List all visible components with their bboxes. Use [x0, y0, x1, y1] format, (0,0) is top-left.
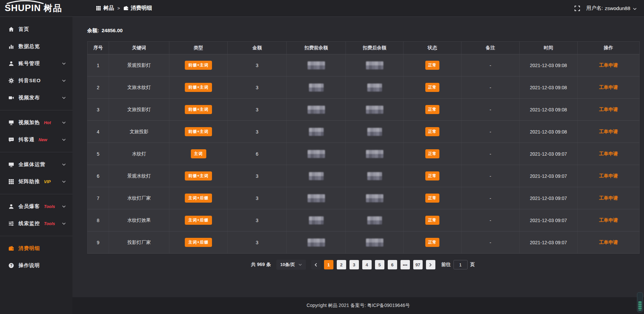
- username-label: 用户名:: [586, 5, 603, 11]
- page-button-4[interactable]: 4: [362, 260, 372, 269]
- table-row: 2 文旅水纹灯 前缀+主词 3 正常 - 2021-12-03 09:08 工单…: [88, 76, 640, 99]
- sidebar-item-label: 视频发布: [18, 95, 40, 101]
- sidebar-item-data-overview[interactable]: 数据总览: [0, 38, 72, 55]
- work-order-link[interactable]: 工单申请: [599, 217, 618, 223]
- table-row: 8 水纹灯效果 主词+后缀 3 正常 - 2021-12-03 09:07 工单…: [88, 209, 640, 231]
- chevron-down-icon: [62, 80, 66, 82]
- camera-icon: [8, 95, 14, 101]
- cell-balance-before: [287, 165, 346, 187]
- cell-time: 2021-12-03 09:07: [520, 187, 578, 209]
- page-button-97[interactable]: 97: [413, 260, 423, 269]
- cell-balance-after: [346, 209, 404, 231]
- cell-type: 主词: [169, 143, 228, 165]
- work-order-link[interactable]: 工单申请: [599, 240, 618, 245]
- masked-value: [308, 61, 325, 69]
- balance-label: 余额:: [87, 28, 99, 34]
- page-button-2[interactable]: 2: [337, 260, 346, 269]
- sidebar-item-video-heat[interactable]: 视频加热 Hot: [0, 114, 72, 131]
- grid-icon: [8, 179, 14, 185]
- floating-widget[interactable]: [637, 292, 643, 312]
- sidebar-item-consume-detail[interactable]: 消费明细: [0, 240, 72, 257]
- user-menu[interactable]: 用户名: zswodun88: [586, 5, 637, 11]
- next-page-button[interactable]: [426, 260, 435, 269]
- breadcrumb-item[interactable]: 消费明细: [123, 5, 152, 12]
- status-badge: 正常: [425, 238, 439, 247]
- cell-amount: 3: [228, 121, 287, 143]
- page-button-3[interactable]: 3: [350, 260, 359, 269]
- cell-remark: -: [462, 99, 520, 121]
- column-header: 备注: [462, 42, 520, 54]
- sidebar-divider: [0, 110, 72, 110]
- cell-remark: -: [462, 76, 520, 99]
- cell-action: 工单申请: [578, 99, 640, 121]
- status-badge: 正常: [425, 216, 439, 225]
- sidebar-item-label: 数据总览: [18, 43, 40, 50]
- screen-icon: [8, 120, 14, 125]
- page-size-select[interactable]: 10条/页: [276, 260, 306, 270]
- goto-page-input[interactable]: [453, 260, 468, 269]
- masked-value: [308, 150, 325, 158]
- type-badge: 主词+后缀: [185, 238, 212, 247]
- sidebar-item-matrix-boost[interactable]: 矩阵助推 VIP: [0, 173, 72, 190]
- sidebar-item-account-manage[interactable]: 账号管理: [0, 55, 72, 72]
- sidebar-item-member-burst[interactable]: 会员爆客 Tools: [0, 198, 72, 215]
- cell-balance-after: [346, 143, 404, 165]
- sidebar-item-video-publish[interactable]: 视频发布: [0, 89, 72, 106]
- cell-status: 正常: [404, 209, 462, 231]
- chevron-down-icon: [299, 264, 302, 266]
- logo-en: SHUPIN: [5, 3, 41, 13]
- total-count: 共 969 条: [251, 262, 271, 268]
- work-order-link[interactable]: 工单申请: [599, 85, 618, 90]
- masked-value: [309, 84, 324, 92]
- sidebar-item-douketong[interactable]: 抖客通 New: [0, 131, 72, 148]
- svg-text:?: ?: [10, 263, 12, 267]
- sidebar-item-douyin-seo[interactable]: 抖音SEO: [0, 72, 72, 89]
- logo-arc-icon: [5, 0, 45, 4]
- cell-action: 工单申请: [578, 54, 640, 76]
- work-order-link[interactable]: 工单申请: [599, 173, 618, 178]
- work-order-link[interactable]: 工单申请: [599, 151, 618, 156]
- fullscreen-icon[interactable]: [574, 5, 580, 11]
- page-button-1[interactable]: 1: [324, 260, 333, 269]
- status-badge: 正常: [425, 83, 439, 92]
- status-badge: 正常: [425, 171, 439, 180]
- cell-time: 2021-12-03 09:07: [520, 209, 578, 231]
- page-ellipsis-button[interactable]: •••: [400, 260, 410, 269]
- cell-amount: 3: [228, 54, 287, 76]
- cell-seq: 3: [88, 99, 109, 121]
- page-size-value: 10条/页: [280, 262, 295, 268]
- cell-seq: 8: [88, 209, 109, 231]
- cell-status: 正常: [404, 231, 462, 254]
- page-button-6[interactable]: 6: [388, 260, 397, 269]
- cell-status: 正常: [404, 54, 462, 76]
- cell-keyword: 水纹灯厂家: [109, 187, 169, 209]
- status-badge: 正常: [425, 127, 439, 136]
- column-header: 扣费前余额: [287, 42, 346, 54]
- cell-seq: 7: [88, 187, 109, 209]
- cell-status: 正常: [404, 187, 462, 209]
- sidebar-item-label: 矩阵助推: [18, 178, 40, 185]
- breadcrumb-item[interactable]: 树品: [96, 5, 114, 12]
- cell-balance-after: [346, 187, 404, 209]
- prev-page-button[interactable]: [311, 260, 321, 269]
- table-row: 6 景观水纹灯 前缀+主词 3 正常 - 2021-12-03 09:07 工单…: [88, 165, 640, 187]
- sidebar-item-home[interactable]: 首页: [0, 21, 72, 38]
- page-button-5[interactable]: 5: [375, 260, 384, 269]
- masked-value: [308, 194, 325, 202]
- work-order-link[interactable]: 工单申请: [599, 107, 618, 112]
- grid-icon: [96, 6, 101, 11]
- chevron-down-icon: [62, 139, 66, 141]
- balance: 余额: 24856.00: [87, 28, 639, 34]
- masked-value: [309, 216, 324, 224]
- sidebar-item-operation-guide[interactable]: ? 操作说明: [0, 257, 72, 274]
- work-order-link[interactable]: 工单申请: [599, 195, 618, 201]
- work-order-link[interactable]: 工单申请: [599, 129, 618, 134]
- masked-value: [367, 84, 382, 92]
- cell-type: 前缀+主词: [169, 165, 228, 187]
- bar-chart-icon: [8, 44, 14, 49]
- sidebar-item-all-media[interactable]: 全媒体运营: [0, 156, 72, 173]
- work-order-link[interactable]: 工单申请: [599, 62, 618, 68]
- cell-amount: 3: [228, 165, 287, 187]
- cell-balance-after: [346, 231, 404, 254]
- sidebar-item-clue-monitor[interactable]: 线索监控 Tools: [0, 215, 72, 232]
